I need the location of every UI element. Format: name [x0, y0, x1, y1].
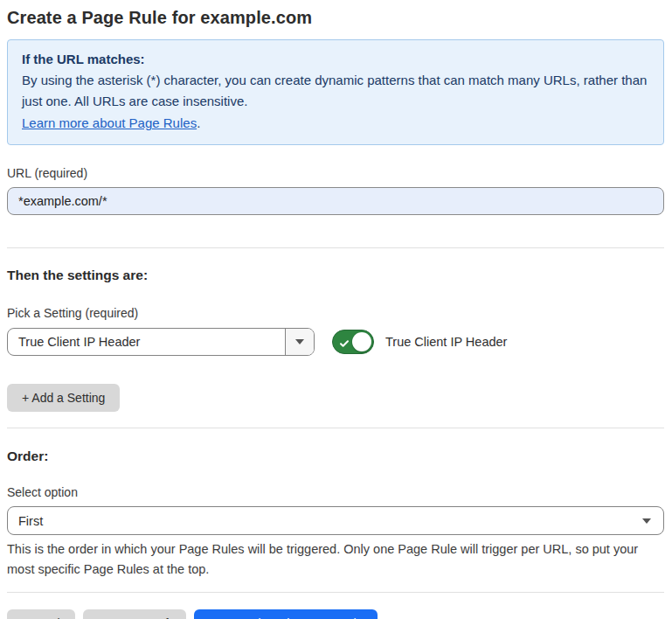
- settings-heading: Then the settings are:: [7, 267, 664, 284]
- check-icon: [339, 337, 350, 347]
- order-help-text: This is the order in which your Page Rul…: [7, 539, 658, 580]
- select-option-label: Select option: [7, 484, 664, 500]
- learn-more-link[interactable]: Learn more about Page Rules: [22, 115, 197, 130]
- info-box-body: By using the asterisk (*) character, you…: [22, 70, 649, 112]
- toggle-knob: [352, 332, 371, 351]
- section-divider: [7, 428, 664, 428]
- action-button-row: Cancel Save as Draft Save and Deploy Pag…: [7, 609, 664, 619]
- order-heading: Order:: [7, 448, 664, 465]
- info-box-heading: If the URL matches:: [22, 49, 649, 70]
- setting-row: True Client IP Header True Client IP Hea…: [7, 328, 664, 356]
- create-page-rule-form: Create a Page Rule for example.com If th…: [7, 5, 664, 619]
- save-deploy-button[interactable]: Save and Deploy Page Rule: [194, 609, 378, 619]
- save-draft-button[interactable]: Save as Draft: [83, 609, 187, 619]
- info-box-link-line: Learn more about Page Rules.: [22, 112, 649, 134]
- pick-setting-label: Pick a Setting (required): [7, 305, 664, 321]
- add-setting-button[interactable]: + Add a Setting: [7, 384, 120, 412]
- page-title: Create a Page Rule for example.com: [7, 5, 664, 30]
- setting-toggle[interactable]: [332, 330, 374, 354]
- setting-select[interactable]: True Client IP Header: [7, 328, 315, 356]
- order-select[interactable]: First: [7, 506, 664, 535]
- setting-select-value: True Client IP Header: [8, 335, 285, 349]
- cancel-button[interactable]: Cancel: [7, 609, 75, 619]
- section-divider: [7, 247, 664, 248]
- chevron-down-icon: [285, 329, 314, 355]
- url-field-label: URL (required): [7, 165, 664, 181]
- chevron-down-icon: [642, 518, 651, 524]
- link-period: .: [197, 115, 200, 130]
- url-input[interactable]: [7, 187, 664, 215]
- url-match-info-box: If the URL matches: By using the asteris…: [7, 39, 664, 145]
- order-select-value: First: [8, 514, 642, 528]
- section-divider: [7, 592, 664, 593]
- setting-toggle-label: True Client IP Header: [385, 335, 507, 349]
